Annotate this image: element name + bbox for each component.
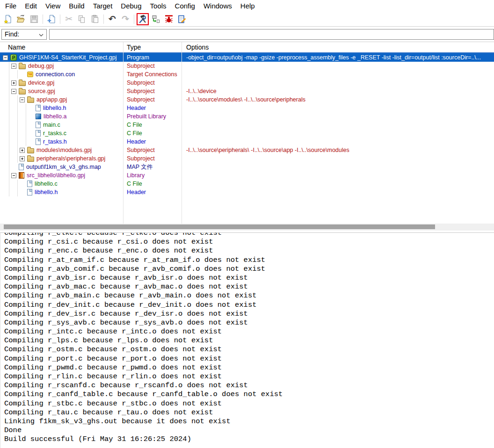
tree-row[interactable]: src_libhello\libhello.gpjLibrary	[0, 171, 494, 180]
tree-guide-line	[11, 121, 20, 129]
tree-row[interactable]: libhello.cC File	[0, 180, 494, 188]
console-line: Compiling r_sys_avb.c because r_sys_avb.…	[4, 318, 494, 327]
tree-row[interactable]: libhello.hHeader	[0, 104, 494, 112]
debug-launch-button[interactable]	[150, 13, 162, 25]
toolbar: ✂↶↷	[0, 12, 494, 27]
tree-row[interactable]: libhello.aPrebuilt Library	[0, 112, 494, 121]
column-divider[interactable]	[182, 42, 182, 224]
tree-row[interactable]: r_tasks.cC File	[0, 129, 494, 137]
item-type-label: Subproject	[127, 88, 155, 94]
console-line: Compiling r_rscanfd.c because r_rscanfd.…	[4, 381, 494, 390]
tree-row[interactable]: output\f1km_sk_v3_ghs.mapMAP 文件	[0, 163, 494, 171]
new-file-button[interactable]	[2, 13, 14, 25]
collapse-icon[interactable]	[11, 89, 16, 94]
tree-guide-line	[3, 188, 11, 196]
cut-button[interactable]: ✂	[63, 13, 75, 25]
tree-guide-line	[3, 121, 11, 129]
tree-row[interactable]: ↪connection.conTarget Connections	[0, 70, 494, 79]
collapse-icon[interactable]	[11, 64, 16, 69]
tree-row[interactable]: debug.gpjSubproject	[0, 62, 494, 70]
menu-edit[interactable]: Edit	[21, 1, 41, 11]
tree-row[interactable]: r_tasks.hHeader	[0, 137, 494, 146]
item-type-label: Subproject	[127, 79, 155, 86]
tree-row[interactable]: modules\modules.gpjSubproject-I..\..\sou…	[0, 146, 494, 154]
options-cell: -I..\..\source\modules\ -I..\..\source\p…	[182, 95, 494, 104]
name-cell: device.gpj	[0, 79, 123, 87]
menu-build[interactable]: Build	[65, 1, 88, 11]
build-output-console[interactable]: Compiling r_clkc.c because r_clkc.o does…	[0, 232, 494, 448]
tree-item-label: modules\modules.gpj	[36, 147, 92, 153]
type-cell: MAP 文件	[123, 163, 182, 171]
menu-config[interactable]: Config	[171, 1, 199, 11]
collapse-icon[interactable]	[11, 173, 16, 178]
tree-guide-line	[3, 95, 11, 104]
redo-button[interactable]: ↷	[119, 13, 131, 25]
type-cell: C File	[123, 129, 182, 137]
column-header-name[interactable]: Name	[0, 43, 123, 51]
type-cell: Target Connections	[123, 70, 182, 79]
menu-windows[interactable]: Windows	[199, 1, 236, 11]
paste-button[interactable]	[89, 13, 101, 25]
options-cell	[182, 112, 494, 121]
tree-row[interactable]: PGHS\F1KM-S4_StarterKit_Project.gpjProgr…	[0, 53, 494, 62]
menu-view[interactable]: View	[41, 1, 65, 11]
save-button[interactable]	[28, 13, 40, 25]
kill-tasks-button[interactable]	[163, 13, 175, 25]
collapse-icon[interactable]	[3, 55, 8, 60]
expand-icon[interactable]	[11, 80, 16, 86]
menu-debug[interactable]: Debug	[116, 1, 145, 11]
horizontal-scrollbar[interactable]	[0, 224, 494, 231]
undo-button[interactable]: ↶	[106, 13, 118, 25]
tree-item-label: main.c	[43, 122, 60, 128]
expander-spacer	[28, 125, 36, 125]
project-tree-panel: Name Type Options PGHS\F1KM-S4_StarterKi…	[0, 42, 494, 224]
tree-row[interactable]: peripherals\peripherals.gpjSubproject	[0, 154, 494, 163]
type-cell: Subproject	[123, 95, 182, 104]
program-icon: P	[10, 54, 17, 61]
add-file-button[interactable]	[45, 13, 58, 25]
options-cell	[182, 129, 494, 137]
find-dropdown[interactable]: Find:	[1, 29, 47, 40]
tree-row[interactable]: device.gpjSubproject	[0, 79, 494, 87]
find-label: Find:	[5, 30, 19, 38]
collapse-icon[interactable]	[20, 97, 25, 102]
item-options-label: -I..\..\source\modules\ -I..\..\source\p…	[186, 96, 305, 103]
tree-row[interactable]: app\app.gpjSubproject-I..\..\source\modu…	[0, 95, 494, 104]
tree-guide-line	[3, 79, 11, 87]
menu-target[interactable]: Target	[89, 1, 117, 11]
menu-help[interactable]: Help	[236, 1, 259, 11]
tree-row[interactable]: main.cC File	[0, 121, 494, 129]
tree-row[interactable]: libhello.hHeader	[0, 188, 494, 196]
item-type-label: Prebuilt Library	[127, 113, 166, 120]
column-header-options[interactable]: Options	[182, 43, 494, 51]
menu-file[interactable]: File	[1, 1, 21, 11]
console-line: Compiling r_dev_init.c because r_dev_ini…	[4, 301, 494, 310]
build-button[interactable]	[137, 13, 149, 25]
toolbar-separator	[60, 14, 60, 24]
tree-row[interactable]: source.gpjSubproject-I..\..\device	[0, 87, 494, 95]
console-line: Compiling r_stbc.c because r_stbc.o does…	[4, 399, 494, 408]
item-type-label: C File	[127, 181, 142, 187]
column-divider[interactable]	[123, 42, 124, 224]
debug-launch-icon	[151, 14, 160, 24]
menu-tools[interactable]: Tools	[146, 1, 171, 11]
open-editor-button[interactable]	[176, 13, 188, 25]
options-cell	[182, 137, 494, 146]
console-line: Done	[4, 426, 494, 435]
item-type-label: MAP 文件	[127, 163, 153, 171]
find-bar: Find:	[0, 27, 494, 42]
copy-button[interactable]	[76, 13, 88, 25]
scrollbar-thumb[interactable]	[4, 224, 435, 229]
find-input[interactable]	[49, 29, 494, 40]
type-cell: Subproject	[123, 79, 182, 87]
tree-item-label: libhello.c	[35, 181, 58, 187]
column-header-type[interactable]: Type	[123, 43, 182, 51]
options-cell	[182, 171, 494, 180]
expand-icon[interactable]	[20, 156, 25, 161]
name-cell: app\app.gpj	[0, 95, 123, 104]
name-cell: src_libhello\libhello.gpj	[0, 171, 123, 180]
open-project-button[interactable]	[15, 13, 27, 25]
new-file-icon	[3, 14, 13, 24]
expand-icon[interactable]	[20, 148, 25, 153]
tree-item-label: src_libhello\libhello.gpj	[27, 172, 85, 179]
